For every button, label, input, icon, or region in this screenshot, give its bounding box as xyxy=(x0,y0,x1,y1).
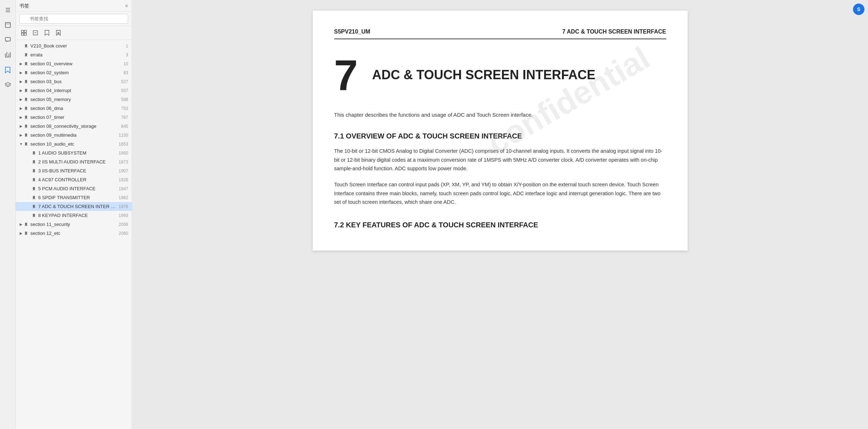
layers-icon[interactable] xyxy=(3,80,13,90)
expand-arrow-section-06[interactable]: ▶ xyxy=(19,106,24,110)
search-input[interactable] xyxy=(19,14,128,24)
clip-icon[interactable] xyxy=(3,50,13,60)
svg-rect-3 xyxy=(21,30,24,32)
delete-bookmark-button[interactable] xyxy=(54,28,63,37)
bookmark-label-section-01: section 01_overview xyxy=(30,61,116,66)
sidebar-content: 书签 × 🔍 xyxy=(16,0,132,429)
sidebar-close-button[interactable]: × xyxy=(125,3,128,9)
bookmark-item-ac97[interactable]: 4 AC97 CONTROLLER1928 xyxy=(16,175,132,184)
svg-rect-4 xyxy=(24,30,26,32)
svg-rect-5 xyxy=(21,33,24,35)
bookmark-page-iis-bus: 1907 xyxy=(118,168,128,173)
collapse-all-button[interactable] xyxy=(31,28,40,37)
expand-arrow-section-01[interactable]: ▶ xyxy=(19,62,24,66)
bookmark-page-section-05: 588 xyxy=(118,97,128,102)
user-avatar[interactable]: S xyxy=(853,4,864,15)
add-bookmark-button[interactable] xyxy=(42,28,51,37)
bookmark-label-section-08: section 08_connectivity_storage xyxy=(30,123,116,129)
bookmark-flag-icon-section-09 xyxy=(24,133,29,138)
bookmark-item-section-12[interactable]: ▶section 12_etc2060 xyxy=(16,229,132,238)
expand-all-button[interactable] xyxy=(19,28,29,37)
bookmark-flag-icon-section-05 xyxy=(24,97,29,102)
bookmark-item-section-09[interactable]: ▶section 09_multimedia1150 xyxy=(16,131,132,140)
chapter-number: 7 xyxy=(334,54,358,96)
bookmark-item-errata[interactable]: errata3 xyxy=(16,50,132,59)
bookmark-item-section-02[interactable]: ▶section 02_system83 xyxy=(16,68,132,77)
bookmark-page-section-12: 2060 xyxy=(118,231,128,236)
chapter-header-row: 7 ADC & TOUCH SCREEN INTERFACE xyxy=(334,54,666,96)
page-icon[interactable] xyxy=(3,20,13,30)
expand-arrow-section-03[interactable]: ▶ xyxy=(19,80,24,84)
expand-arrow-audio-subsystem xyxy=(26,151,31,155)
bookmark-page-section-03: 527 xyxy=(118,79,128,84)
bookmark-item-adc-touch[interactable]: 7 ADC & TOUCH SCREEN INTER FACE1978 xyxy=(16,202,132,211)
bookmark-item-iis-multi[interactable]: 2 IIS MULTI AUDIO INTERFACE1873 xyxy=(16,157,132,166)
bookmark-item-section-06[interactable]: ▶section 06_dma753 xyxy=(16,104,132,113)
bookmark-list: V210_Book cover1 errata3▶section 01_over… xyxy=(16,40,132,429)
bookmark-label-section-06: section 06_dma xyxy=(30,106,116,111)
bookmark-label-section-03: section 03_bus xyxy=(30,79,116,84)
bookmark-label-adc-touch: 7 ADC & TOUCH SCREEN INTER FACE xyxy=(38,204,116,209)
bookmark-flag-icon-spdif xyxy=(31,195,36,200)
bookmark-item-audio-subsystem[interactable]: 1 AUDIO SUBSYSTEM1860 xyxy=(16,148,132,157)
svg-rect-6 xyxy=(24,33,26,35)
expand-arrow-adc-touch xyxy=(26,205,31,208)
expand-arrow-iis-multi xyxy=(26,160,31,164)
bookmark-flag-icon-audio-subsystem xyxy=(31,151,36,156)
bookmark-label-ac97: 4 AC97 CONTROLLER xyxy=(38,177,116,182)
expand-arrow-keypad xyxy=(26,213,31,217)
bookmark-page-v210-book-cover: 1 xyxy=(118,44,128,49)
bookmark-label-section-04: section 04_interrupt xyxy=(30,88,116,93)
bookmark-flag-icon-adc-touch xyxy=(31,204,36,209)
expand-arrow-section-10[interactable]: ▼ xyxy=(19,142,24,146)
bookmark-item-section-05[interactable]: ▶section 05_memory588 xyxy=(16,95,132,104)
bookmark-item-pcm-audio[interactable]: 5 PCM AUDIO INTERFACE1947 xyxy=(16,184,132,193)
bookmark-flag-icon-section-06 xyxy=(24,106,29,111)
expand-arrow-section-11[interactable]: ▶ xyxy=(19,222,24,226)
expand-arrow-section-07[interactable]: ▶ xyxy=(19,115,24,119)
bookmark-page-section-10: 1853 xyxy=(118,142,128,147)
bookmark-item-spdif[interactable]: 6 SPDIF TRANSMITTER1962 xyxy=(16,193,132,202)
expand-arrow-v210-book-cover xyxy=(19,44,24,48)
search-bar: 🔍 xyxy=(16,12,132,26)
bookmark-item-iis-bus[interactable]: 3 IIS-BUS INTERFACE1907 xyxy=(16,166,132,175)
bookmark-page-audio-subsystem: 1860 xyxy=(118,151,128,156)
bookmark-page-section-11: 2006 xyxy=(118,222,128,227)
bookmark-item-keypad[interactable]: 8 KEYPAD INTERFACE1993 xyxy=(16,211,132,220)
comment-icon[interactable] xyxy=(3,35,13,45)
expand-arrow-section-05[interactable]: ▶ xyxy=(19,97,24,101)
bookmark-label-spdif: 6 SPDIF TRANSMITTER xyxy=(38,195,116,200)
bookmark-item-section-01[interactable]: ▶section 01_overview10 xyxy=(16,59,132,68)
bookmark-page-section-09: 1150 xyxy=(118,133,128,138)
bookmark-flag-icon-section-02 xyxy=(24,70,29,75)
expand-arrow-section-12[interactable]: ▶ xyxy=(19,231,24,235)
bookmark-label-v210-book-cover: V210_Book cover xyxy=(30,43,116,49)
expand-arrow-ac97 xyxy=(26,178,31,182)
bookmark-item-section-03[interactable]: ▶section 03_bus527 xyxy=(16,77,132,86)
bookmark-item-section-08[interactable]: ▶section 08_connectivity_storage845 xyxy=(16,122,132,131)
bookmark-sidebar-icon[interactable] xyxy=(3,65,13,75)
bookmark-item-section-10[interactable]: ▼section 10_audio_etc1853 xyxy=(16,140,132,148)
bookmark-page-section-04: 557 xyxy=(118,88,128,93)
bookmark-item-v210-book-cover[interactable]: V210_Book cover1 xyxy=(16,41,132,50)
doc-header: S5PV210_UM 7 ADC & TOUCH SCREEN INTERFAC… xyxy=(334,29,666,39)
bookmark-item-section-11[interactable]: ▶section 11_security2006 xyxy=(16,220,132,229)
bookmark-flag-icon-section-11 xyxy=(24,222,29,227)
expand-arrow-section-08[interactable]: ▶ xyxy=(19,124,24,128)
bookmark-item-section-04[interactable]: ▶section 04_interrupt557 xyxy=(16,86,132,95)
bookmark-page-section-07: 787 xyxy=(118,115,128,120)
bookmark-page-errata: 3 xyxy=(118,52,128,57)
bookmark-flag-icon-errata xyxy=(24,52,29,57)
expand-arrow-section-04[interactable]: ▶ xyxy=(19,89,24,92)
menu-icon[interactable]: ☰ xyxy=(3,5,13,15)
bookmark-item-section-07[interactable]: ▶section 07_timer787 xyxy=(16,113,132,122)
bookmark-label-pcm-audio: 5 PCM AUDIO INTERFACE xyxy=(38,186,116,191)
main-content-area: confidential S5PV210_UM 7 ADC & TOUCH SC… xyxy=(132,0,868,429)
expand-arrow-section-09[interactable]: ▶ xyxy=(19,133,24,137)
section-7-1-body-1: The 10-bit or 12-bit CMOS Analog to Digi… xyxy=(334,147,666,173)
bookmark-flag-icon-section-04 xyxy=(24,88,29,93)
svg-rect-2 xyxy=(5,37,10,41)
expand-arrow-section-02[interactable]: ▶ xyxy=(19,71,24,75)
document-page: confidential S5PV210_UM 7 ADC & TOUCH SC… xyxy=(313,11,688,251)
bookmark-label-section-11: section 11_security xyxy=(30,222,116,227)
